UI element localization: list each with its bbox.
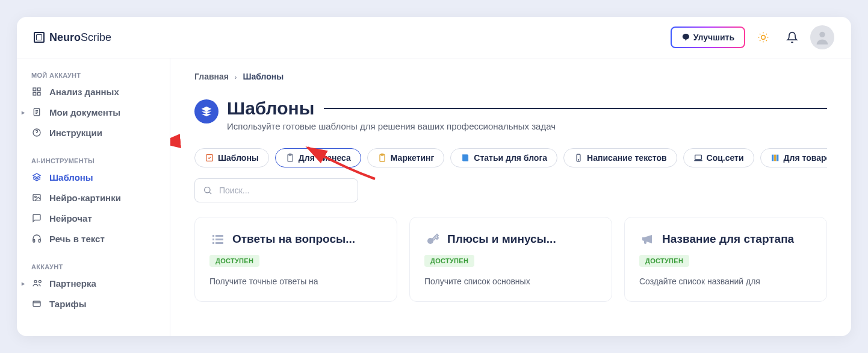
card-title: Название для стартапа	[662, 233, 794, 246]
svg-rect-30	[215, 239, 223, 240]
image-icon	[31, 192, 42, 203]
sidebar-item-doc[interactable]: ▸Мои документы	[17, 102, 170, 122]
cards: Ответы на вопросы... ДОСТУПЕН Получите т…	[194, 217, 827, 302]
search-input[interactable]	[194, 178, 358, 202]
sidebar-item-users[interactable]: ▸Партнерка	[17, 273, 170, 293]
card-title: Ответы на вопросы...	[232, 233, 355, 246]
layers-icon	[31, 172, 42, 183]
sidebar-item-layers[interactable]: Шаблоны	[17, 167, 170, 187]
caret-icon: ▸	[22, 109, 25, 116]
status-badge: ДОСТУПЕН	[639, 255, 689, 267]
sidebar-item-label: Инструкции	[49, 128, 102, 138]
svg-point-0	[761, 36, 766, 40]
svg-rect-31	[212, 242, 214, 244]
svg-rect-5	[37, 92, 40, 95]
upgrade-button[interactable]: Улучшить	[671, 27, 745, 48]
notifications-button[interactable]	[781, 27, 803, 48]
breadcrumb: Главная › Шаблоны	[194, 72, 827, 81]
caret-icon: ▸	[22, 280, 25, 287]
sidebar: МОЙ АККАУНТАнализ данных▸Мои документыИн…	[17, 58, 170, 336]
filter-соц.сети[interactable]: Соц.сети	[683, 148, 754, 167]
svg-point-26	[205, 187, 210, 193]
topbar: NeuroScribe Улучшить	[17, 17, 851, 58]
clipboard-icon	[285, 153, 295, 163]
sidebar-section-title: МОЙ АККАУНТ	[17, 67, 170, 81]
filter-label: Статьи для блога	[474, 153, 547, 163]
page-icon	[194, 99, 219, 123]
svg-point-9	[35, 196, 37, 198]
brand-bold: Neuro	[49, 31, 81, 43]
book-icon	[460, 153, 470, 163]
svg-point-20	[578, 160, 578, 160]
filter-label: Соц.сети	[707, 153, 744, 163]
sidebar-item-label: Нейро-картинки	[49, 193, 121, 203]
credit-icon	[31, 298, 42, 309]
template-card[interactable]: Плюсы и минусы... ДОСТУПЕН Получите спис…	[409, 217, 612, 302]
users-icon	[31, 278, 42, 289]
sidebar-item-label: Речь в текст	[49, 234, 105, 244]
sidebar-item-credit[interactable]: Тарифы	[17, 293, 170, 314]
breadcrumb-current: Шаблоны	[243, 72, 284, 81]
svg-rect-24	[777, 155, 778, 161]
sidebar-item-image[interactable]: Нейро-картинки	[17, 187, 170, 208]
sidebar-item-help[interactable]: Инструкции	[17, 122, 170, 143]
user-icon	[814, 29, 831, 46]
card-description: Создайте список названий для	[639, 275, 812, 288]
svg-rect-32	[215, 242, 223, 244]
svg-rect-2	[33, 88, 36, 91]
sidebar-item-label: Анализ данных	[49, 87, 119, 97]
card-description: Получите точные ответы на	[209, 275, 382, 288]
template-card[interactable]: Ответы на вопросы... ДОСТУПЕН Получите т…	[194, 217, 397, 302]
card-title: Плюсы и минусы...	[447, 233, 556, 246]
status-badge: ДОСТУПЕН	[209, 255, 259, 267]
filter-label: Написание текстов	[587, 153, 667, 163]
theme-toggle[interactable]	[752, 27, 774, 48]
filter-для-товаров[interactable]: Для товаров	[760, 148, 827, 167]
page-title: Шаблоны	[227, 98, 314, 119]
filter-label: Для бизнеса	[299, 153, 351, 163]
svg-rect-27	[212, 235, 214, 237]
search-icon	[203, 186, 212, 195]
sidebar-item-label: Мои документы	[49, 107, 120, 117]
layers-icon	[200, 105, 212, 117]
filter-для-бизнеса[interactable]: Для бизнеса	[275, 148, 361, 167]
megaphone-icon	[639, 231, 656, 248]
svg-rect-11	[39, 239, 40, 242]
logo-icon	[34, 32, 45, 43]
body: МОЙ АККАУНТАнализ данных▸Мои документыИн…	[17, 58, 851, 336]
filter-маркетинг[interactable]: Маркетинг	[367, 148, 445, 167]
avatar[interactable]	[810, 25, 834, 49]
breadcrumb-home[interactable]: Главная	[194, 72, 229, 81]
page-header: Шаблоны Используйте готовые шаблоны для …	[194, 98, 827, 131]
filter-label: Шаблоны	[218, 153, 259, 163]
template-card[interactable]: Название для стартапа ДОСТУПЕН Создайте …	[624, 217, 827, 302]
sidebar-item-label: Шаблоны	[49, 172, 93, 183]
svg-rect-21	[695, 155, 701, 159]
sidebar-section-title: АККАУНТ	[17, 258, 170, 273]
filter-написание-текстов[interactable]: Написание текстов	[563, 148, 677, 167]
rocket-icon	[681, 33, 690, 42]
phone-icon	[574, 153, 583, 163]
sidebar-item-label: Нейрочат	[49, 213, 92, 223]
sidebar-item-chat[interactable]: Нейрочат	[17, 208, 170, 228]
brand-thin: Scribe	[81, 31, 111, 43]
svg-rect-29	[212, 239, 214, 240]
card-header: Ответы на вопросы...	[209, 231, 382, 248]
svg-rect-3	[37, 88, 40, 91]
topbar-right: Улучшить	[671, 25, 834, 49]
filter-статьи-для-блога[interactable]: Статьи для блога	[450, 148, 557, 167]
laptop-icon	[693, 153, 703, 163]
grid-icon	[31, 86, 42, 97]
logo[interactable]: NeuroScribe	[34, 31, 111, 44]
card-header: Название для стартапа	[639, 231, 812, 248]
sidebar-item-headphones[interactable]: Речь в текст	[17, 228, 170, 249]
svg-rect-4	[33, 92, 36, 95]
sidebar-item-grid[interactable]: Анализ данных	[17, 81, 170, 102]
clipboard-icon	[377, 153, 387, 163]
card-description: Получите список основных	[424, 275, 597, 288]
filter-шаблоны[interactable]: Шаблоны	[194, 148, 269, 167]
card-header: Плюсы и минусы...	[424, 231, 597, 248]
sidebar-section-title: AI-ИНСТРУМЕНТЫ	[17, 152, 170, 167]
svg-rect-28	[215, 235, 223, 237]
headphones-icon	[31, 233, 42, 244]
